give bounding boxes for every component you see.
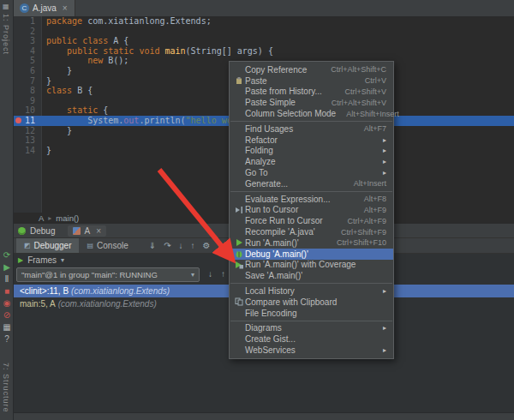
- menu-item[interactable]: Copy ReferenceCtrl+Alt+Shift+C: [230, 64, 393, 75]
- tool-button-structure[interactable]: 7: Structure: [2, 363, 10, 415]
- code-token: [46, 56, 87, 65]
- restore-layout-icon[interactable]: ▦: [3, 323, 10, 332]
- menu-item[interactable]: Run to CursorAlt+F9: [230, 205, 393, 216]
- thread-selector-value: "main"@1 in group "main": RUNNING: [21, 270, 158, 279]
- breadcrumb-separator-icon: ▸: [48, 214, 51, 222]
- code-text[interactable]: [41, 27, 514, 37]
- code-text[interactable]: public class A {: [41, 36, 514, 46]
- submenu-arrow-icon: ▸: [383, 158, 386, 165]
- rerun-icon[interactable]: ⟳: [3, 251, 10, 260]
- navigate-down-stack-icon[interactable]: ↓: [208, 270, 212, 279]
- line-number-gutter[interactable]: 13: [13, 135, 41, 146]
- code-token: B {: [77, 86, 93, 95]
- menu-item[interactable]: Folding▸: [230, 146, 393, 157]
- debug-view-tab-console[interactable]: ▤Console: [79, 238, 135, 253]
- menu-item[interactable]: Force Run to CursorCtrl+Alt+F9: [230, 215, 393, 226]
- debug-session-tab[interactable]: A ×: [68, 225, 106, 237]
- step-into-icon[interactable]: ↓: [179, 242, 183, 250]
- navigate-up-stack-icon[interactable]: ↑: [221, 270, 225, 279]
- editor-context-menu: Copy ReferenceCtrl+Alt+Shift+CPasteCtrl+…: [229, 61, 394, 359]
- run-icon: [233, 238, 245, 247]
- pause-icon[interactable]: Ⅱ: [5, 275, 9, 284]
- stop-icon[interactable]: ■: [4, 287, 9, 296]
- menu-item[interactable]: Create Gist...: [230, 333, 393, 345]
- menu-item[interactable]: Evaluate Expression...Alt+F8: [230, 194, 393, 205]
- menu-item[interactable]: PasteCtrl+V: [230, 75, 393, 87]
- menu-item[interactable]: Run 'A.main()'Ctrl+Shift+F10: [230, 237, 393, 249]
- debug-window-title: Debug: [30, 226, 55, 236]
- line-number-gutter[interactable]: 3: [13, 36, 41, 46]
- debug-side-toolbar: ⟳▶Ⅱ■◉⊘▦?: [1, 251, 13, 344]
- breadcrumb-item[interactable]: A: [39, 213, 44, 223]
- menu-item[interactable]: File Encoding: [230, 308, 393, 319]
- chevron-down-icon: ▾: [191, 271, 194, 279]
- project-tool-icon[interactable]: ▦: [3, 3, 9, 10]
- mute-breakpoints-icon[interactable]: ⊘: [3, 311, 10, 320]
- menu-shortcut: Alt+Insert: [354, 179, 386, 188]
- menu-item-label: Analyze: [245, 157, 276, 166]
- line-number-gutter[interactable]: 14: [13, 146, 41, 156]
- menu-item-label: Find Usages: [245, 124, 293, 134]
- menu-shortcut: Alt+F9: [364, 206, 386, 214]
- code-token: System.: [46, 116, 123, 125]
- menu-item[interactable]: Diagrams▸: [230, 323, 393, 334]
- code-line: 4 public static void main(String[] args)…: [13, 46, 514, 57]
- menu-separator: [230, 121, 392, 122]
- code-text[interactable]: public static void main(String[] args) {: [41, 46, 514, 57]
- menu-item-label: Column Selection Mode: [245, 109, 336, 118]
- menu-item[interactable]: Paste from History...Ctrl+Shift+V: [230, 87, 393, 98]
- help-icon[interactable]: ?: [4, 335, 9, 344]
- code-token: static: [67, 105, 103, 115]
- line-number-gutter[interactable]: 9: [13, 96, 41, 106]
- tab-a-java[interactable]: C A.java ×: [13, 0, 75, 16]
- code-token: A {: [113, 36, 128, 45]
- menu-item[interactable]: Run 'A.main()' with Coverage: [230, 260, 393, 271]
- console-icon: ▤: [87, 242, 93, 249]
- step-out-icon[interactable]: ↑: [191, 242, 195, 250]
- line-number-gutter[interactable]: 2: [13, 27, 41, 37]
- line-number-gutter[interactable]: 7: [13, 76, 41, 87]
- menu-item[interactable]: Recompile 'A.java'Ctrl+Shift+F9: [230, 226, 393, 237]
- menu-item[interactable]: Column Selection ModeAlt+Shift+Insert: [230, 108, 393, 119]
- code-token: [46, 105, 67, 115]
- resume-icon[interactable]: ▶: [3, 263, 10, 272]
- tool-button-project[interactable]: 1: Project: [2, 14, 10, 57]
- code-text[interactable]: package com.xiatianlong.Extends;: [41, 16, 514, 27]
- view-breakpoints-icon[interactable]: ◉: [3, 299, 11, 308]
- line-number-gutter[interactable]: 5: [13, 56, 41, 66]
- menu-item[interactable]: Go To▸: [230, 167, 393, 178]
- line-number-gutter[interactable]: 8: [13, 86, 41, 96]
- line-number-gutter[interactable]: 11: [13, 116, 41, 126]
- menu-item[interactable]: Refactor▸: [230, 135, 393, 146]
- frame-location: main:5, A: [20, 299, 56, 309]
- menu-item[interactable]: Compare with Clipboard: [230, 297, 393, 308]
- debug-bug-icon: [18, 227, 26, 235]
- line-number-gutter[interactable]: 1: [13, 16, 41, 27]
- show-execution-point-icon[interactable]: ⇓: [149, 242, 156, 250]
- line-number-gutter[interactable]: 12: [13, 126, 41, 136]
- debug-view-tab-debugger[interactable]: ◩Debugger: [16, 238, 79, 253]
- close-tab-icon[interactable]: ×: [63, 3, 68, 13]
- menu-item[interactable]: Local History▸: [230, 285, 393, 297]
- breadcrumb-item[interactable]: main(): [56, 213, 79, 223]
- menu-item[interactable]: Save 'A.main()': [230, 270, 393, 281]
- left-tool-stripe: ▦ 1: Project 7: Structure: [0, 0, 14, 420]
- status-bar: [0, 412, 514, 420]
- line-number-gutter[interactable]: 4: [13, 46, 41, 57]
- step-over-icon[interactable]: ↷: [164, 242, 170, 250]
- close-session-icon[interactable]: ×: [96, 226, 101, 236]
- menu-item[interactable]: Debug 'A.main()': [230, 249, 393, 260]
- menu-item[interactable]: Paste SimpleCtrl+Alt+Shift+V: [230, 97, 393, 108]
- menu-item[interactable]: Analyze▸: [230, 156, 393, 167]
- menu-item[interactable]: WebServices▸: [230, 345, 393, 356]
- debug-toolbar: ⇓↷↓↑⚙: [149, 238, 211, 253]
- line-number-gutter[interactable]: 6: [13, 66, 41, 76]
- menu-item[interactable]: Find UsagesAlt+F7: [230, 123, 393, 135]
- menu-shortcut: Alt+Shift+Insert: [346, 110, 399, 118]
- line-number-gutter[interactable]: 10: [13, 105, 41, 116]
- breakpoint-icon[interactable]: [15, 117, 21, 123]
- menu-item[interactable]: Generate...Alt+Insert: [230, 178, 393, 189]
- debug-view-tab-label: Debugger: [34, 241, 72, 250]
- settings-icon[interactable]: ⚙: [203, 242, 211, 250]
- thread-selector[interactable]: "main"@1 in group "main": RUNNING ▾: [16, 267, 200, 282]
